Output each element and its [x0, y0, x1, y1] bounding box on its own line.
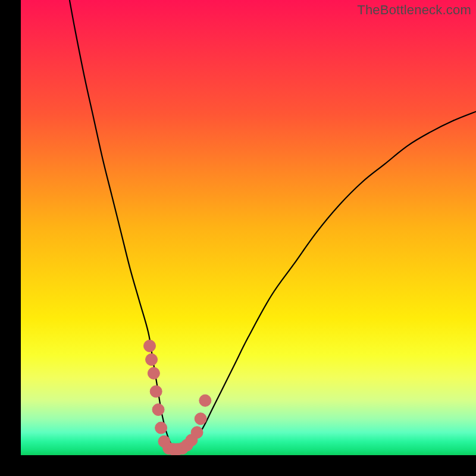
bottleneck-curve-path — [70, 0, 476, 449]
curve-marker — [146, 353, 158, 365]
curve-marker — [152, 404, 164, 416]
curve-marker — [150, 386, 162, 397]
curve-markers — [144, 340, 211, 455]
chart-frame: TheBottleneck.com — [0, 0, 476, 476]
curve-marker — [191, 427, 203, 439]
plot-area: TheBottleneck.com — [21, 0, 476, 455]
curve-marker — [155, 422, 167, 434]
curve-marker — [148, 367, 159, 379]
chart-svg — [21, 0, 476, 455]
curve-marker — [144, 340, 156, 352]
curve-marker — [199, 394, 211, 406]
curve-marker — [195, 413, 206, 425]
